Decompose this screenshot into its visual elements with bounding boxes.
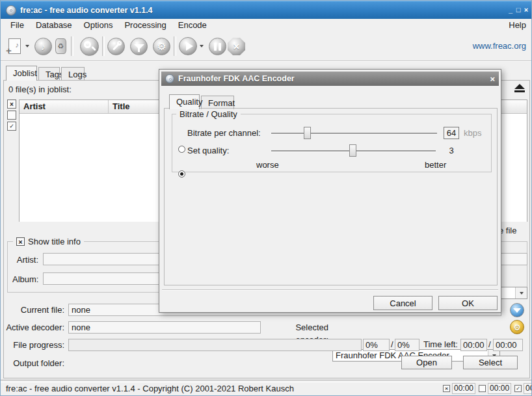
toolbar-separator: [174, 36, 176, 56]
music-note-glyph: ♪: [41, 42, 46, 52]
file-progress-bar: [68, 339, 362, 351]
active-decoder-value: none: [68, 321, 261, 334]
maximize-button[interactable]: □: [514, 4, 522, 16]
toolbar-separator: [71, 36, 73, 56]
configure-encoder-button[interactable]: ⚙: [510, 320, 524, 334]
add-audio-cd-icon[interactable]: ♪: [34, 38, 52, 55]
pause-conversion-icon[interactable]: [209, 38, 226, 55]
pause-bar: [219, 43, 221, 51]
quality-slider-thumb[interactable]: [349, 144, 356, 157]
dialog-titlebar: Fraunhofer FDK AAC Encoder ×: [161, 72, 499, 86]
menu-help[interactable]: Help: [509, 19, 526, 32]
show-title-info-label: Show title info: [28, 237, 81, 246]
toolbar-separator: [102, 36, 105, 56]
set-quality-radio-label: Set quality:: [187, 146, 229, 155]
dialog-tab-format[interactable]: Format: [201, 96, 234, 109]
time-total-value: 00:00: [493, 339, 523, 351]
eject-icon: [514, 84, 525, 89]
statusbar-times: × 00:00 00:00 ✓ 00:00: [443, 383, 532, 394]
dialog-title: Fraunhofer FDK AAC Encoder: [178, 74, 486, 83]
all-tracks-icon: ×: [443, 385, 450, 392]
all-tracks-time-cell: × 00:00: [443, 383, 475, 394]
window-titlebar: fre:ac - free audio converter v1.1.4 _ □…: [1, 1, 532, 20]
total-progress-percent: 0%: [395, 339, 419, 351]
window-title: fre:ac - free audio converter v1.1.4: [20, 1, 153, 20]
funnel-icon: [513, 308, 521, 313]
dialog-button-divider: [162, 289, 498, 291]
gear-glyph: ⚙: [157, 40, 166, 53]
freac-window: fre:ac - free audio converter v1.1.4 _ □…: [0, 0, 532, 396]
unselected-tracks-time: 00:00: [488, 383, 511, 394]
output-folder-label: Output folder:: [6, 357, 64, 369]
column-header-artist[interactable]: Artist: [20, 100, 109, 113]
eject-cd-button[interactable]: [514, 84, 525, 92]
freac-website-link[interactable]: www.freac.org: [473, 41, 526, 51]
bitrate-radio[interactable]: [178, 146, 185, 153]
bitrate-quality-group-title: Bitrate / Quality: [176, 109, 241, 119]
remove-all-icon[interactable]: ♻: [55, 38, 66, 54]
stop-x-glyph: ×: [233, 41, 239, 53]
magnifier-handle: [91, 46, 96, 51]
show-title-info-checkbox[interactable]: × Show title info: [13, 237, 84, 246]
select-no-tracks-toggle[interactable]: [7, 111, 16, 120]
unselected-tracks-icon: [479, 385, 486, 392]
bitrate-slider-track[interactable]: [271, 133, 437, 135]
select-all-tracks-toggle[interactable]: ×: [7, 99, 16, 109]
play-glyph: [186, 42, 193, 51]
statusbar-text: fre:ac - free audio converter v1.1.4 - C…: [6, 384, 294, 393]
time-left-label: Time left:: [423, 339, 458, 349]
unselected-tracks-time-cell: 00:00: [479, 383, 511, 394]
menu-encode[interactable]: Encode: [172, 19, 213, 32]
general-settings-icon[interactable]: ⚙: [153, 38, 170, 55]
cancel-button[interactable]: Cancel: [373, 296, 432, 310]
combo-arrow-button[interactable]: [515, 287, 527, 298]
add-files-icon[interactable]: ♪ +: [8, 38, 21, 54]
dialog-close-button[interactable]: ×: [490, 74, 495, 84]
minimize-button[interactable]: _: [507, 4, 514, 16]
app-logo-icon: [6, 5, 16, 16]
checkbox-checked-icon[interactable]: ×: [16, 237, 25, 246]
start-conversion-dropdown-icon[interactable]: [200, 45, 204, 47]
menu-bar: File Database Options Processing Encode: [1, 19, 532, 32]
gear-icon: ⚙: [513, 323, 521, 332]
cddb-query-icon[interactable]: [80, 37, 99, 56]
configure-settings-icon[interactable]: [107, 38, 125, 55]
menu-options[interactable]: Options: [78, 19, 119, 32]
menu-file[interactable]: File: [5, 19, 30, 32]
start-conversion-icon[interactable]: [179, 37, 197, 55]
menu-database[interactable]: Database: [30, 19, 78, 32]
time-left-value: 00:00: [460, 339, 487, 351]
bitrate-radio-label: Bitrate per channel:: [187, 128, 261, 138]
open-button[interactable]: Open: [401, 356, 452, 369]
ok-button[interactable]: OK: [438, 296, 498, 310]
processing-chain-button[interactable]: [510, 303, 524, 317]
bitrate-value-box[interactable]: 64: [444, 127, 459, 139]
close-button[interactable]: ×: [522, 4, 530, 16]
artist-label: Artist:: [12, 254, 38, 266]
bitrate-slider-thumb[interactable]: [304, 127, 311, 139]
eject-icon-bar: [514, 90, 525, 92]
chevron-down-icon: [520, 292, 524, 295]
tab-logs[interactable]: Logs: [61, 67, 85, 81]
statusbar-divider: [1, 380, 532, 382]
right-label-fragment: e file: [499, 226, 516, 235]
select-button[interactable]: Select: [463, 356, 518, 369]
recycle-glyph: ♻: [58, 42, 64, 51]
tab-tags[interactable]: Tags: [38, 67, 60, 81]
note-glyph: ♪: [16, 41, 20, 49]
add-files-dropdown-icon[interactable]: [25, 45, 29, 47]
signal-processing-icon[interactable]: [130, 38, 148, 55]
tab-joblist[interactable]: Joblist: [6, 66, 37, 81]
selected-tracks-time: 00:00: [524, 383, 532, 394]
selected-tracks-time-cell: ✓ 00:00: [514, 383, 532, 394]
joblist-count-label: 0 file(s) in joblist:: [8, 85, 72, 94]
selected-tracks-icon: ✓: [514, 385, 522, 392]
scale-better-label: better: [425, 160, 446, 170]
dialog-tab-quality[interactable]: Quality: [169, 94, 200, 109]
album-label: Album:: [12, 273, 38, 285]
toggle-selection-toggle[interactable]: ✓: [7, 122, 16, 131]
set-quality-radio[interactable]: [178, 170, 185, 178]
menu-processing[interactable]: Processing: [118, 19, 172, 32]
plus-glyph: +: [6, 45, 12, 56]
magnifier-ring: [84, 41, 91, 48]
